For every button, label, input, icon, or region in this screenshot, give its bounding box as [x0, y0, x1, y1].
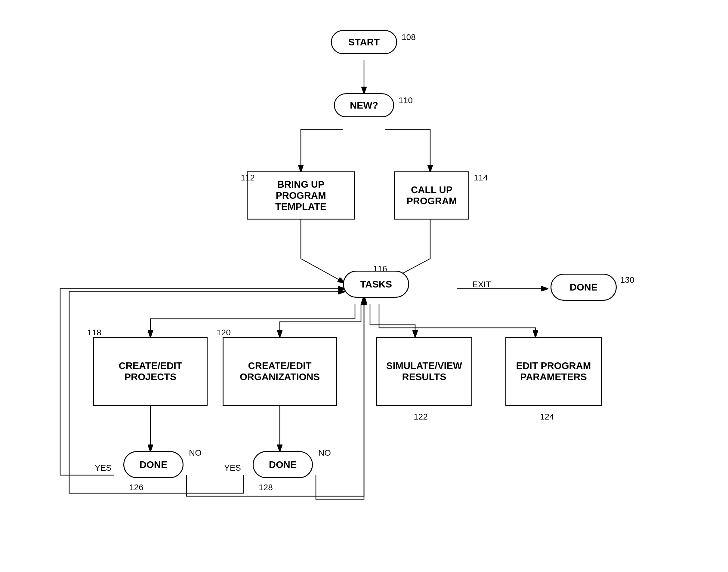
tasks-label: TASKS	[360, 279, 392, 290]
simulate-view-ref: 122	[414, 412, 428, 422]
done-main-node: DONE	[550, 274, 617, 301]
yes-orgs-label: YES	[224, 463, 241, 473]
edit-program-label: EDIT PROGRAM PARAMETERS	[516, 360, 591, 382]
new-ref: 110	[399, 96, 413, 105]
call-up-label: CALL UP PROGRAM	[406, 184, 457, 207]
edit-program-node: EDIT PROGRAM PARAMETERS	[506, 337, 602, 406]
exit-label: EXIT	[472, 280, 491, 289]
bring-up-ref: 112	[241, 173, 255, 183]
yes-projects-label: YES	[95, 463, 112, 473]
start-label: START	[348, 37, 380, 48]
new-node: NEW?	[334, 93, 394, 117]
start-ref: 108	[402, 32, 416, 42]
bring-up-node: BRING UP PROGRAM TEMPLATE	[247, 171, 355, 220]
simulate-view-label: SIMULATE/VIEW RESULTS	[386, 360, 462, 382]
done-projects-ref: 126	[129, 483, 143, 492]
done-projects-label: DONE	[140, 459, 167, 470]
no-orgs-label: NO	[318, 448, 331, 458]
create-edit-projects-ref: 118	[87, 328, 102, 338]
tasks-ref: 116	[373, 264, 387, 274]
done-orgs-label: DONE	[269, 459, 296, 470]
create-edit-orgs-node: CREATE/EDIT ORGANIZATIONS	[222, 337, 337, 406]
new-label: NEW?	[350, 100, 378, 111]
call-up-node: CALL UP PROGRAM	[394, 171, 469, 220]
start-node: START	[331, 30, 397, 54]
edit-program-ref: 124	[540, 412, 554, 422]
done-main-ref: 130	[620, 275, 635, 285]
done-main-label: DONE	[570, 282, 597, 293]
done-orgs-ref: 128	[259, 483, 273, 492]
create-edit-projects-label: CREATE/EDIT PROJECTS	[119, 360, 182, 382]
tasks-node: TASKS	[343, 271, 409, 298]
bring-up-label: BRING UP PROGRAM TEMPLATE	[275, 179, 326, 212]
simulate-view-node: SIMULATE/VIEW RESULTS	[376, 337, 472, 406]
create-edit-orgs-ref: 120	[217, 328, 231, 338]
no-projects-label: NO	[189, 448, 202, 458]
call-up-ref: 114	[474, 173, 488, 183]
create-edit-orgs-label: CREATE/EDIT ORGANIZATIONS	[240, 360, 320, 382]
done-orgs-node: DONE	[253, 451, 313, 478]
create-edit-projects-node: CREATE/EDIT PROJECTS	[93, 337, 208, 406]
done-projects-node: DONE	[123, 451, 184, 478]
